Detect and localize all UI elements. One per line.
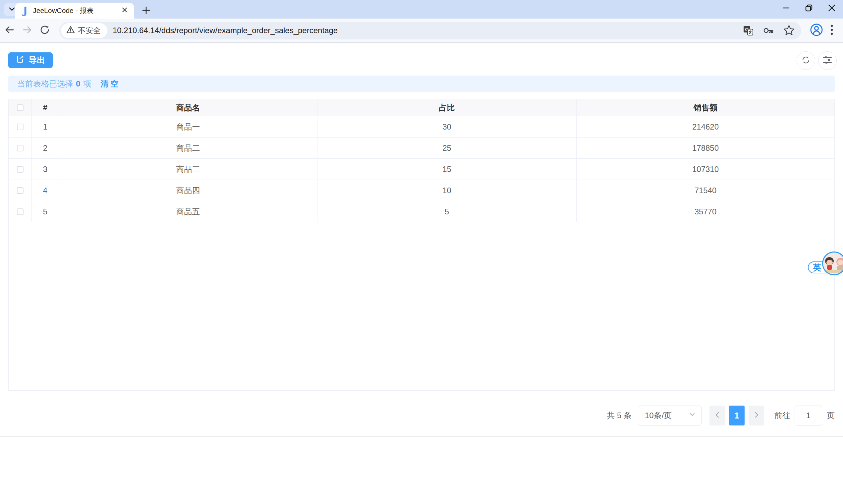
cell-product-name: 商品五 bbox=[59, 201, 318, 222]
tab-close-button[interactable] bbox=[120, 6, 129, 16]
data-table: # 商品名 占比 销售额 1 商品一 30 214620 2 商品二 25 17… bbox=[8, 99, 835, 391]
chevron-right-icon bbox=[753, 411, 760, 420]
translate-widget-label: 英 bbox=[813, 262, 821, 273]
plus-icon bbox=[142, 6, 151, 16]
page-size-value: 10条/页 bbox=[645, 410, 688, 421]
jeelowcode-favicon-icon: J bbox=[23, 6, 28, 16]
row-select-cell bbox=[8, 180, 32, 201]
row-checkbox[interactable] bbox=[17, 166, 23, 173]
restore-icon bbox=[805, 4, 813, 14]
page-size-select[interactable]: 10条/页 bbox=[638, 406, 701, 426]
url-text: 10.210.64.14/dds/report/view/example_ord… bbox=[113, 26, 338, 35]
tab-title: JeeLowCode - 报表 bbox=[33, 6, 120, 15]
header-select-all-cell bbox=[8, 99, 32, 116]
export-button[interactable]: 导出 bbox=[8, 52, 53, 68]
goto-label: 前往 bbox=[774, 410, 790, 421]
table-row[interactable]: 4 商品四 10 71540 bbox=[8, 180, 835, 201]
reload-button[interactable] bbox=[38, 24, 51, 37]
bottom-divider bbox=[0, 436, 843, 437]
reload-icon bbox=[39, 24, 50, 37]
pagination-total: 共 5 条 bbox=[607, 410, 632, 421]
warning-triangle-icon bbox=[66, 25, 75, 35]
bookmark-star-icon[interactable] bbox=[783, 24, 795, 37]
cell-sales: 178850 bbox=[577, 138, 835, 158]
table-row[interactable]: 3 商品三 15 107310 bbox=[8, 159, 835, 180]
cell-percent: 10 bbox=[318, 180, 577, 201]
browser-tab-active[interactable]: J JeeLowCode - 报表 bbox=[15, 3, 134, 19]
header-index: # bbox=[32, 99, 59, 116]
table-row[interactable]: 5 商品五 5 35770 bbox=[8, 201, 835, 222]
page-number-button[interactable]: 1 bbox=[729, 406, 745, 426]
selection-prefix: 当前表格已选择 bbox=[17, 78, 73, 89]
cell-index: 1 bbox=[32, 116, 59, 137]
cell-sales: 71540 bbox=[577, 180, 835, 201]
cell-index: 5 bbox=[32, 201, 59, 222]
sliders-icon bbox=[822, 55, 833, 67]
header-sales: 销售额 bbox=[577, 99, 835, 116]
clear-selection-link[interactable]: 清空 bbox=[101, 78, 120, 89]
browser-profile-button[interactable] bbox=[808, 22, 825, 39]
cell-index: 3 bbox=[32, 159, 59, 180]
three-dots-icon bbox=[830, 23, 833, 37]
mascot-art bbox=[827, 265, 832, 270]
address-bar[interactable]: 不安全 10.210.64.14/dds/report/view/example… bbox=[59, 22, 801, 39]
mascot-art bbox=[823, 270, 843, 273]
arrow-right-icon bbox=[21, 24, 33, 37]
next-page-button[interactable] bbox=[749, 406, 764, 426]
row-checkbox[interactable] bbox=[17, 124, 23, 130]
refresh-button[interactable] bbox=[796, 51, 815, 70]
forward-button[interactable] bbox=[21, 24, 34, 37]
cell-percent: 5 bbox=[318, 201, 577, 222]
cell-product-name: 商品一 bbox=[59, 116, 318, 137]
back-button[interactable] bbox=[3, 24, 16, 37]
table-row[interactable]: 2 商品二 25 178850 bbox=[8, 138, 835, 159]
selection-suffix: 项 bbox=[83, 78, 91, 89]
cell-product-name: 商品四 bbox=[59, 180, 318, 201]
row-checkbox[interactable] bbox=[17, 187, 23, 194]
select-all-checkbox[interactable] bbox=[17, 104, 23, 111]
chevron-left-icon bbox=[714, 411, 721, 420]
password-key-icon[interactable] bbox=[762, 24, 775, 37]
table-tools bbox=[796, 51, 837, 70]
cell-sales: 214620 bbox=[577, 116, 835, 137]
cell-sales: 35770 bbox=[577, 201, 835, 222]
goto-page-input[interactable] bbox=[795, 406, 822, 426]
row-select-cell bbox=[8, 159, 32, 180]
refresh-icon bbox=[801, 55, 811, 66]
close-icon bbox=[121, 7, 128, 15]
window-minimize-button[interactable] bbox=[774, 0, 797, 17]
cell-percent: 30 bbox=[318, 116, 577, 137]
row-checkbox[interactable] bbox=[17, 209, 23, 215]
cell-percent: 25 bbox=[318, 138, 577, 158]
browser-tab-strip: J JeeLowCode - 报表 bbox=[0, 0, 843, 19]
row-checkbox[interactable] bbox=[17, 145, 23, 151]
arrow-left-icon bbox=[4, 24, 15, 37]
mascot-avatar[interactable] bbox=[822, 252, 843, 275]
header-product-name: 商品名 bbox=[59, 99, 318, 116]
mascot-art bbox=[837, 260, 843, 265]
chevron-down-icon bbox=[688, 411, 696, 420]
browser-toolbar: 不安全 10.210.64.14/dds/report/view/example… bbox=[0, 19, 843, 43]
cell-percent: 15 bbox=[318, 159, 577, 180]
report-page: 导出 当前表格已选择 0 项 清空 # 商品名 占比 销售额 1 bbox=[0, 43, 843, 504]
mascot-art bbox=[826, 260, 833, 266]
table-row[interactable]: 1 商品一 30 214620 bbox=[8, 116, 835, 138]
window-close-button[interactable] bbox=[820, 0, 843, 17]
cell-sales: 107310 bbox=[577, 159, 835, 180]
row-select-cell bbox=[8, 116, 32, 137]
browser-menu-button[interactable] bbox=[825, 22, 838, 39]
export-icon bbox=[16, 55, 25, 66]
table-header-row: # 商品名 占比 销售额 bbox=[8, 99, 835, 116]
column-settings-button[interactable] bbox=[818, 51, 837, 70]
window-controls bbox=[774, 0, 843, 17]
cell-product-name: 商品三 bbox=[59, 159, 318, 180]
new-tab-button[interactable] bbox=[139, 4, 154, 18]
security-chip[interactable]: 不安全 bbox=[61, 23, 107, 38]
window-restore-button[interactable] bbox=[797, 0, 820, 17]
selection-count: 0 bbox=[76, 79, 80, 89]
pagination: 共 5 条 10条/页 1 前往 页 bbox=[607, 405, 835, 426]
minimize-icon bbox=[782, 4, 790, 14]
prev-page-button[interactable] bbox=[710, 406, 725, 426]
security-label: 不安全 bbox=[78, 25, 101, 36]
translate-icon[interactable]: G bbox=[742, 24, 754, 36]
